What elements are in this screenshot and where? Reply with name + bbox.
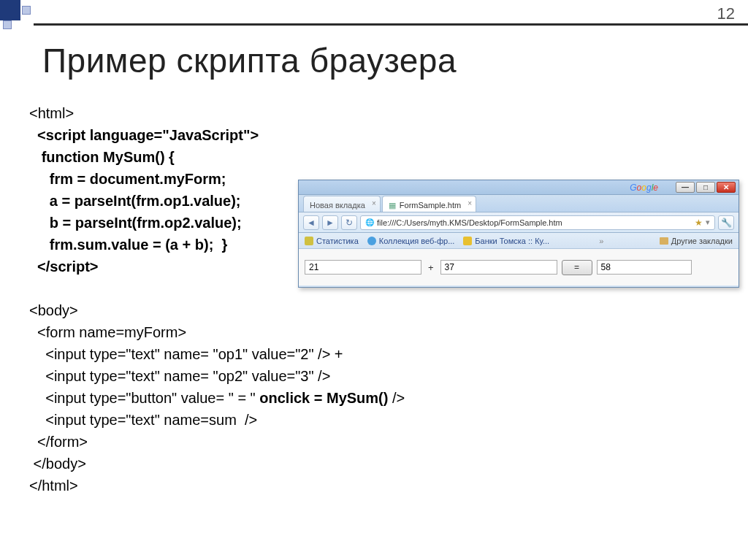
maximize-button[interactable]: □: [696, 182, 715, 193]
slide: 12 Пример скрипта браузера <html> <scrip…: [0, 0, 748, 560]
code-text: />: [388, 390, 405, 406]
tab-active[interactable]: ▦ FormSample.htm ×: [382, 196, 476, 212]
wrench-icon[interactable]: 🔧: [718, 215, 734, 230]
ie-icon: [367, 237, 376, 245]
page-number: 12: [717, 4, 735, 23]
bookmark-label: Статистика: [316, 237, 359, 245]
slide-title: Пример скрипта браузера: [42, 41, 457, 80]
title-rule: [34, 23, 748, 26]
tab-strip: Новая вкладка × ▦ FormSample.htm ×: [299, 195, 739, 212]
code-line: <input type="text" name=sum />: [29, 409, 405, 431]
other-bookmarks[interactable]: Другие закладки: [660, 237, 733, 245]
code-text: onclick = MySum(): [259, 390, 388, 406]
code-line: <input type="text" name= "op1" value="2"…: [29, 343, 405, 365]
bookmark-icon: [305, 237, 313, 245]
code-listing: <html> <script language="JavaScript"> fu…: [29, 102, 405, 496]
minimize-button[interactable]: —: [676, 182, 695, 193]
code-line: <input type="button" value= " = " onclic…: [29, 387, 405, 409]
google-logo: Google: [630, 183, 658, 193]
code-line: <form name=myForm>: [29, 321, 405, 343]
code-line: <body>: [29, 299, 405, 321]
tab-new[interactable]: Новая вкладка ×: [303, 196, 381, 212]
page-icon: ▦: [389, 201, 396, 210]
deco-square: [0, 0, 20, 20]
bookmark-item[interactable]: Статистика: [305, 237, 359, 245]
equals-button[interactable]: =: [562, 260, 592, 275]
code-line: <script language="JavaScript">: [29, 124, 405, 146]
page-content: + =: [299, 249, 739, 285]
close-icon[interactable]: ×: [468, 199, 472, 207]
corner-decoration: [0, 0, 44, 35]
bookmark-label: Коллекция веб-фр...: [379, 237, 455, 245]
window-controls: — □ ✕: [676, 182, 736, 193]
close-icon[interactable]: ×: [372, 199, 376, 207]
globe-icon: 🌐: [365, 218, 374, 226]
plus-label: +: [426, 262, 436, 273]
code-line: <html>: [29, 102, 405, 124]
bookmark-item[interactable]: Коллекция веб-фр...: [367, 237, 455, 245]
folder-icon: [660, 237, 668, 245]
forward-button[interactable]: ►: [322, 215, 338, 230]
deco-square: [22, 6, 31, 15]
code-text: <input type="button" value= " = ": [29, 390, 259, 406]
url-text: file:///C:/Users/myth.KMS/Desktop/FormSa…: [377, 218, 562, 227]
op2-input[interactable]: [440, 260, 557, 275]
code-line: </form>: [29, 431, 405, 453]
url-field[interactable]: 🌐 file:///C:/Users/myth.KMS/Desktop/Form…: [360, 215, 715, 230]
bookmark-icon: [463, 237, 472, 245]
code-line: </body>: [29, 453, 405, 475]
sum-input[interactable]: [597, 260, 692, 275]
op1-input[interactable]: [305, 260, 421, 275]
bookmark-label: Банки Томска :: Ку...: [475, 237, 549, 245]
tab-label: FormSample.htm: [400, 201, 461, 210]
tab-label: Новая вкладка: [310, 201, 365, 210]
star-icon[interactable]: ★: [695, 218, 703, 228]
code-text: ipt>: [72, 258, 98, 275]
code-line: </html>: [29, 475, 405, 496]
other-bookmarks-label: Другие закладки: [671, 237, 733, 245]
reload-button[interactable]: ↻: [341, 215, 357, 230]
dropdown-icon[interactable]: ▾: [706, 218, 710, 227]
titlebar: Google — □ ✕: [299, 180, 739, 195]
code-line: <input type="text" name= "op2" value="3"…: [29, 365, 405, 387]
browser-window: Google — □ ✕ Новая вкладка × ▦ FormSampl…: [298, 180, 739, 288]
back-button[interactable]: ◄: [303, 215, 319, 230]
code-line: function MySum() {: [29, 146, 405, 168]
bookmark-item[interactable]: Банки Томска :: Ку...: [463, 237, 549, 245]
overflow-icon[interactable]: »: [599, 237, 609, 245]
code-text: </scr: [29, 258, 72, 275]
close-button[interactable]: ✕: [717, 182, 736, 193]
bookmarks-bar: Статистика Коллекция веб-фр... Банки Том…: [299, 233, 739, 249]
deco-square: [3, 20, 12, 29]
address-bar: ◄ ► ↻ 🌐 file:///C:/Users/myth.KMS/Deskto…: [299, 212, 739, 233]
